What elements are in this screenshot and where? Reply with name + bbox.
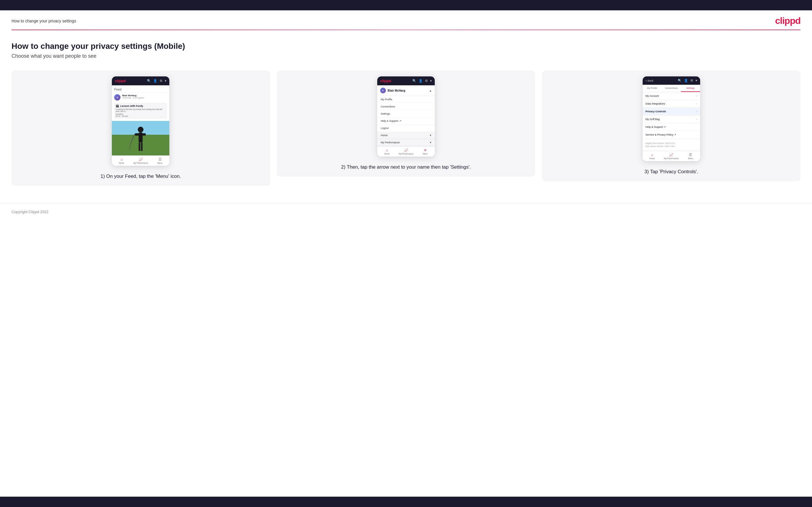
menu-item-settings[interactable]: Settings xyxy=(377,110,435,117)
home-icon-2: ⌂ xyxy=(386,148,388,152)
back-button[interactable]: < Back xyxy=(646,79,654,82)
phone-3-mockup: < Back 🔍 👤 ⚙ ▾ My Profile Connections Se… xyxy=(643,76,700,161)
bottom-nav-home[interactable]: ⌂ Home xyxy=(112,156,131,166)
performance-label-3: My Performance xyxy=(664,157,678,159)
home-icon-3: ⌂ xyxy=(651,153,653,157)
data-integrations-chevron: › xyxy=(697,102,697,105)
lesson-duration: Duration xyxy=(115,113,166,115)
lesson-title: Lesson with Fordy xyxy=(120,105,143,107)
profile-icon[interactable]: 👤 xyxy=(153,79,157,83)
privacy-controls-label: Privacy Controls xyxy=(646,110,666,113)
phone-2-overlay: B Blair McHarg ▲ My Profile Connections … xyxy=(377,85,435,146)
settings-version: Clippd Client Version: 2022.8.3-3 GQL Se… xyxy=(643,139,700,151)
svg-point-0 xyxy=(138,127,144,132)
close-icon: ✕ xyxy=(424,148,427,152)
step-2-caption: 2) Then, tap the arrow next to your name… xyxy=(341,163,471,171)
profile-icon[interactable]: 👤 xyxy=(419,79,423,83)
menu-label-3: Menu xyxy=(688,157,693,159)
search-icon[interactable]: 🔍 xyxy=(412,79,416,83)
top-bar xyxy=(0,0,812,10)
page-heading: How to change your privacy settings (Mob… xyxy=(11,42,801,51)
phone-3-bottom-nav: ⌂ Home 📈 My Performance ☰ Menu xyxy=(643,151,700,161)
bottom-nav-performance-2[interactable]: 📈 My Performance xyxy=(397,147,416,157)
phone-2-navbar: clippd 🔍 👤 ⚙ ▾ xyxy=(377,76,435,85)
menu-user-name: Blair McHarg xyxy=(388,89,405,92)
settings-icon[interactable]: ⚙ xyxy=(425,79,428,83)
settings-item-privacy-controls[interactable]: Privacy Controls › xyxy=(643,108,700,115)
service-privacy-label: Service & Privacy Policy ↗ xyxy=(646,133,676,136)
step-1-card: clippd 🔍 👤 ⚙ ▾ Feed B Blair McHarg xyxy=(11,71,270,186)
my-account-chevron: › xyxy=(697,95,697,97)
version-server: GQL Server Version: 2022.7.30-1 xyxy=(646,145,697,148)
bottom-nav-close[interactable]: ✕ Menu xyxy=(415,147,435,157)
lesson-icon: 🎬 xyxy=(115,104,119,107)
svg-rect-2 xyxy=(135,133,146,135)
page-subheading: Choose what you want people to see xyxy=(11,53,801,59)
menu-item-my-profile[interactable]: My Profile xyxy=(377,96,435,103)
svg-rect-3 xyxy=(139,143,140,151)
settings-item-help-support[interactable]: Help & Support ↗ xyxy=(643,123,700,131)
golfer-svg xyxy=(129,124,152,155)
home-label-3: Home xyxy=(650,157,655,159)
bottom-nav-performance[interactable]: 📈 My Performance xyxy=(131,156,150,166)
menu-icon: ☰ xyxy=(158,157,162,161)
settings-icon[interactable]: ⚙ xyxy=(160,79,162,83)
menu-user-row[interactable]: B Blair McHarg ▲ xyxy=(377,85,435,96)
settings-icon-3[interactable]: ⚙ xyxy=(691,79,693,82)
close-label: Menu xyxy=(423,153,428,155)
phone-2-nav-icons: 🔍 👤 ⚙ ▾ xyxy=(412,79,432,83)
chevron-down-icon-3: ▾ xyxy=(696,79,697,82)
bottom-nav-menu[interactable]: ☰ Menu xyxy=(150,156,170,166)
home-label-2: Home xyxy=(384,153,390,155)
settings-item-data-integrations[interactable]: Data Integrations › xyxy=(643,100,700,108)
phone-2-mockup: clippd 🔍 👤 ⚙ ▾ B Blair McHarg xyxy=(377,76,435,157)
footer: Copyright Clippd 2022 xyxy=(0,203,812,220)
feed-info: Blair McHarg Yesterday · Sunningdale xyxy=(122,94,167,99)
svg-rect-4 xyxy=(141,143,143,151)
settings-item-service-privacy[interactable]: Service & Privacy Policy ↗ xyxy=(643,131,700,139)
settings-tabs: My Profile Connections Settings xyxy=(643,85,700,92)
performance-icon-3: 📈 xyxy=(669,153,673,157)
home-label: Home xyxy=(119,162,124,164)
menu-item-connections[interactable]: Connections xyxy=(377,103,435,110)
phone-2-bottom-nav: ⌂ Home 📈 My Performance ✕ Menu xyxy=(377,146,435,157)
menu-icon-3: ☰ xyxy=(689,153,692,157)
tab-my-profile[interactable]: My Profile xyxy=(643,85,662,92)
profile-icon-3[interactable]: 👤 xyxy=(684,79,688,82)
settings-item-my-account[interactable]: My Account › xyxy=(643,92,700,100)
menu-expand-icon[interactable]: ▲ xyxy=(429,89,432,92)
main-content: How to change your privacy settings (Mob… xyxy=(0,30,812,203)
bottom-nav-home-3[interactable]: ⌂ Home xyxy=(643,151,662,161)
phone-1-bottom-nav: ⌂ Home 📈 My Performance ☰ Menu xyxy=(112,155,169,166)
tab-settings[interactable]: Settings xyxy=(681,85,700,92)
search-icon-3[interactable]: 🔍 xyxy=(678,79,682,82)
search-icon[interactable]: 🔍 xyxy=(147,79,151,83)
menu-item-help[interactable]: Help & Support ↗ xyxy=(377,117,435,125)
bottom-nav-menu-3[interactable]: ☰ Menu xyxy=(681,151,700,161)
settings-item-my-golf-bag[interactable]: My Golf Bag › xyxy=(643,115,700,123)
tab-connections[interactable]: Connections xyxy=(662,85,681,92)
menu-section-performance[interactable]: My Performance ▾ xyxy=(377,139,435,146)
header-breadcrumb: How to change your privacy settings xyxy=(11,19,76,23)
performance-chevron: ▾ xyxy=(430,141,431,144)
my-account-label: My Account xyxy=(646,95,659,97)
bottom-nav-performance-3[interactable]: 📈 My Performance xyxy=(662,151,681,161)
step-3-card: < Back 🔍 👤 ⚙ ▾ My Profile Connections Se… xyxy=(542,71,801,181)
home-icon: ⌂ xyxy=(120,157,122,161)
menu-section-home[interactable]: Home ▾ xyxy=(377,132,435,139)
golf-image xyxy=(112,121,169,155)
performance-icon-2: 📈 xyxy=(404,148,408,152)
data-integrations-label: Data Integrations xyxy=(646,102,665,105)
my-golf-bag-label: My Golf Bag xyxy=(646,118,660,121)
performance-label: My Performance xyxy=(134,162,148,164)
privacy-controls-chevron: › xyxy=(697,110,697,113)
bottom-nav-home-2[interactable]: ⌂ Home xyxy=(377,147,397,157)
phone-1-logo: clippd xyxy=(115,79,125,83)
version-client: Clippd Client Version: 2022.8.3-3 xyxy=(646,142,697,145)
lesson-duration-value: 01 hr : 30 min xyxy=(115,115,166,117)
feed-label: Feed xyxy=(114,88,167,93)
avatar: B xyxy=(114,94,120,101)
lesson-card: 🎬 Lesson with Fordy Looking to feel like… xyxy=(114,103,167,119)
performance-section-label: My Performance xyxy=(381,141,400,144)
menu-item-logout[interactable]: Logout xyxy=(377,125,435,132)
